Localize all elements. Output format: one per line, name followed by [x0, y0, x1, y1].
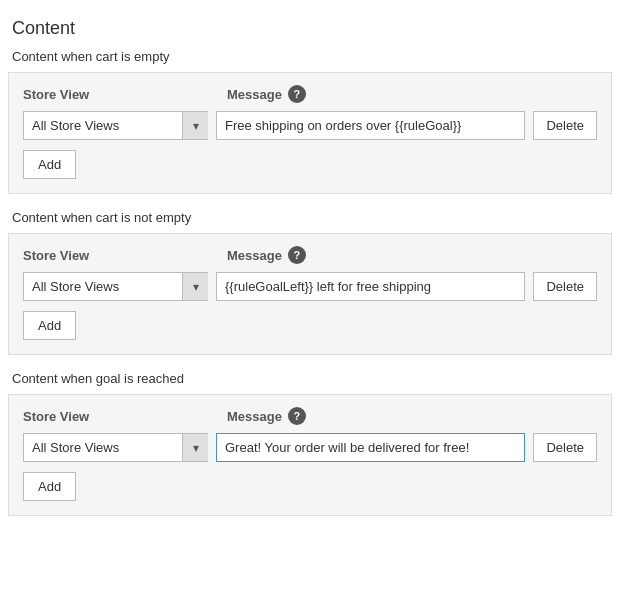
message-input-goal-reached-0[interactable]: [216, 433, 525, 462]
store-view-select-wrap-goal-reached-0: All Store Views: [23, 433, 208, 462]
section-label-empty-cart: Content when cart is empty: [0, 43, 620, 68]
store-view-label-goal-reached: Store View: [23, 409, 223, 424]
message-label-goal-reached: Message?: [227, 407, 306, 425]
section-header-empty-cart: Store ViewMessage?: [23, 85, 597, 103]
section-block-not-empty-cart: Store ViewMessage?All Store ViewsDeleteA…: [8, 233, 612, 355]
store-view-label-not-empty-cart: Store View: [23, 248, 223, 263]
help-icon-not-empty-cart[interactable]: ?: [288, 246, 306, 264]
section-header-goal-reached: Store ViewMessage?: [23, 407, 597, 425]
store-view-select-empty-cart-0[interactable]: All Store Views: [23, 111, 208, 140]
store-view-select-goal-reached-0[interactable]: All Store Views: [23, 433, 208, 462]
section-header-not-empty-cart: Store ViewMessage?: [23, 246, 597, 264]
section-block-goal-reached: Store ViewMessage?All Store ViewsDeleteA…: [8, 394, 612, 516]
help-icon-goal-reached[interactable]: ?: [288, 407, 306, 425]
page-title: Content: [0, 10, 620, 43]
message-label-not-empty-cart: Message?: [227, 246, 306, 264]
message-label-empty-cart: Message?: [227, 85, 306, 103]
delete-button-empty-cart-0[interactable]: Delete: [533, 111, 597, 140]
store-view-select-not-empty-cart-0[interactable]: All Store Views: [23, 272, 208, 301]
help-icon-empty-cart[interactable]: ?: [288, 85, 306, 103]
message-label-text-not-empty-cart: Message: [227, 248, 282, 263]
delete-button-goal-reached-0[interactable]: Delete: [533, 433, 597, 462]
store-view-label-empty-cart: Store View: [23, 87, 223, 102]
section-label-goal-reached: Content when goal is reached: [0, 365, 620, 390]
section-label-not-empty-cart: Content when cart is not empty: [0, 204, 620, 229]
message-input-empty-cart-0[interactable]: [216, 111, 525, 140]
row-inputs-not-empty-cart-0: All Store ViewsDelete: [23, 272, 597, 301]
store-view-select-wrap-not-empty-cart-0: All Store Views: [23, 272, 208, 301]
page-content: Content Content when cart is emptyStore …: [0, 10, 620, 516]
message-label-text-goal-reached: Message: [227, 409, 282, 424]
section-block-empty-cart: Store ViewMessage?All Store ViewsDeleteA…: [8, 72, 612, 194]
add-button-goal-reached[interactable]: Add: [23, 472, 76, 501]
message-label-text-empty-cart: Message: [227, 87, 282, 102]
row-inputs-empty-cart-0: All Store ViewsDelete: [23, 111, 597, 140]
message-input-not-empty-cart-0[interactable]: [216, 272, 525, 301]
sections-container: Content when cart is emptyStore ViewMess…: [0, 43, 620, 516]
row-inputs-goal-reached-0: All Store ViewsDelete: [23, 433, 597, 462]
store-view-select-wrap-empty-cart-0: All Store Views: [23, 111, 208, 140]
add-button-empty-cart[interactable]: Add: [23, 150, 76, 179]
delete-button-not-empty-cart-0[interactable]: Delete: [533, 272, 597, 301]
add-button-not-empty-cart[interactable]: Add: [23, 311, 76, 340]
